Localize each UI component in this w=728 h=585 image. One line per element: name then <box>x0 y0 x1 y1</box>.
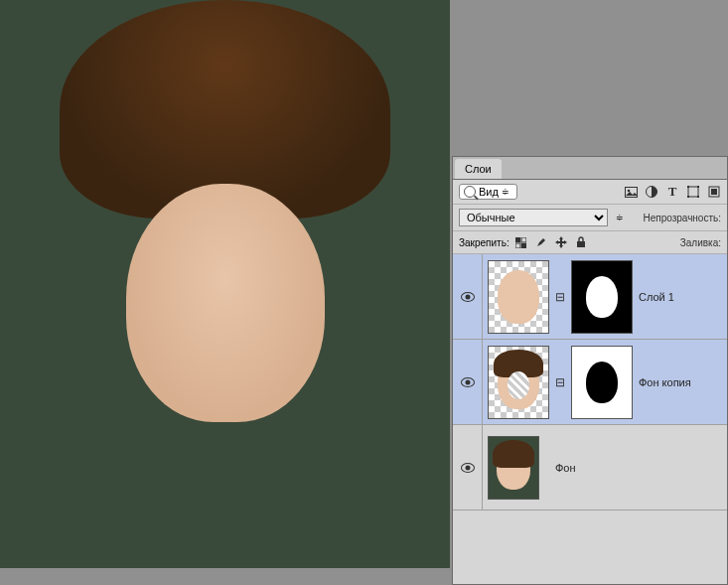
link-mask-icon[interactable]: ⊟ <box>555 290 565 304</box>
image-filter-icon[interactable] <box>624 185 638 199</box>
lock-pixels-icon[interactable] <box>514 235 528 249</box>
layer-name[interactable]: Слой 1 <box>639 291 674 303</box>
svg-rect-7 <box>697 196 699 198</box>
svg-rect-10 <box>515 237 520 242</box>
adjust-filter-icon[interactable] <box>645 185 658 199</box>
layer-row[interactable]: ⊟ Фон копия <box>453 340 727 425</box>
eye-icon <box>461 292 475 302</box>
lock-brush-icon[interactable] <box>534 235 548 249</box>
blend-stepper[interactable]: ≑ <box>613 213 627 222</box>
mask-thumbnail[interactable] <box>571 346 633 419</box>
layer-thumbnail[interactable] <box>488 436 539 500</box>
svg-rect-12 <box>515 243 520 248</box>
face-thumb <box>498 270 539 324</box>
blend-row: Обычные ≑ Непрозрачность: <box>453 205 727 231</box>
lock-label: Закрепить: <box>459 237 510 248</box>
face-thumb <box>498 356 539 409</box>
svg-rect-14 <box>577 241 585 247</box>
layers-panel: Слои Вид ≑ T Обычные ≑ Непрозрачность: З… <box>452 156 728 585</box>
canvas[interactable] <box>0 0 450 568</box>
eye-icon <box>461 463 475 473</box>
layer-thumbnail[interactable] <box>488 346 549 419</box>
svg-rect-9 <box>711 189 717 195</box>
lock-move-icon[interactable] <box>554 235 568 249</box>
text-filter-icon[interactable]: T <box>665 185 679 199</box>
visibility-toggle[interactable] <box>453 425 483 510</box>
svg-rect-4 <box>687 186 689 188</box>
svg-rect-5 <box>697 186 699 188</box>
lock-row: Закрепить: Заливка: <box>453 231 727 254</box>
layer-name[interactable]: Фон копия <box>639 376 691 388</box>
layers-list: ⊟ Слой 1 ⊟ Фон копия <box>453 254 727 584</box>
panel-tabs: Слои <box>453 157 727 180</box>
layer-name[interactable]: Фон <box>555 462 576 474</box>
eye-icon <box>461 377 475 387</box>
svg-rect-11 <box>521 237 526 242</box>
layer-row[interactable]: ⊟ Слой 1 <box>453 254 727 340</box>
lock-all-icon[interactable] <box>574 235 588 249</box>
fill-label: Заливка: <box>680 237 721 248</box>
svg-rect-13 <box>521 243 526 248</box>
face-thumb <box>497 446 530 490</box>
search-icon <box>464 186 476 198</box>
svg-point-1 <box>627 189 630 192</box>
mask-thumbnail[interactable] <box>571 260 633 334</box>
layer-row[interactable]: Фон <box>453 425 727 511</box>
blend-mode-select[interactable]: Обычные <box>459 209 608 226</box>
layer-filter[interactable]: Вид ≑ <box>459 184 517 200</box>
link-mask-icon[interactable]: ⊟ <box>555 375 565 389</box>
svg-rect-3 <box>688 187 698 197</box>
filter-row: Вид ≑ T <box>453 180 727 205</box>
visibility-toggle[interactable] <box>453 254 483 339</box>
visibility-toggle[interactable] <box>453 340 483 424</box>
filter-dropdown-icon[interactable]: ≑ <box>499 187 512 197</box>
layer-thumbnail[interactable] <box>488 260 549 334</box>
canvas-face <box>126 184 325 442</box>
shape-filter-icon[interactable] <box>686 185 700 199</box>
filter-label: Вид <box>479 186 499 198</box>
opacity-label: Непрозрачность: <box>643 213 721 223</box>
svg-rect-6 <box>687 196 689 198</box>
tab-layers[interactable]: Слои <box>455 159 502 179</box>
smart-filter-icon[interactable] <box>707 185 721 199</box>
